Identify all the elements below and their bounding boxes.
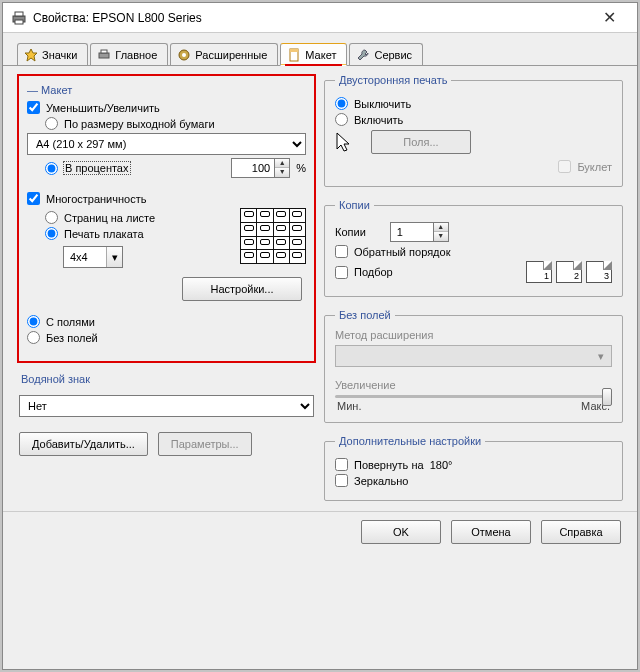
tab-label: Значки: [42, 49, 77, 61]
properties-window: Свойства: EPSON L800 Series ✕ Значки Гла…: [2, 2, 638, 670]
cursor-icon: [335, 131, 353, 153]
tab-advanced[interactable]: Расширенные: [170, 43, 278, 65]
svg-marker-3: [25, 49, 37, 61]
ok-button[interactable]: OK: [361, 520, 441, 544]
expansion-method-label: Метод расширения: [335, 329, 612, 341]
svg-rect-2: [15, 20, 23, 24]
titlebar: Свойства: EPSON L800 Series ✕: [3, 3, 637, 33]
copies-legend: Копии: [335, 199, 374, 211]
tab-icons[interactable]: Значки: [17, 43, 88, 65]
slider-min-label: Мин.: [337, 400, 361, 412]
help-button[interactable]: Справка: [541, 520, 621, 544]
tab-bar: Значки Главное Расширенные Макет Сервис: [3, 33, 637, 65]
group-title: — Макет: [27, 84, 306, 96]
fit-to-output-radio[interactable]: По размеру выходной бумаги: [45, 117, 215, 130]
by-percent-radio[interactable]: В процентах: [45, 162, 130, 175]
enlarge-label: Увеличение: [335, 379, 612, 391]
by-percent-label: В процентах: [64, 162, 130, 174]
mirror-checkbox[interactable]: Зеркально: [335, 474, 408, 487]
tab-body: — Макет Уменьшить/Увеличить По размеру в…: [3, 65, 637, 511]
window-title: Свойства: EPSON L800 Series: [33, 11, 589, 25]
close-button[interactable]: ✕: [589, 8, 629, 27]
expansion-method-select: ▾: [335, 345, 612, 367]
percent-sign: %: [296, 162, 306, 174]
duplex-off-label: Выключить: [354, 98, 411, 110]
poster-settings-button[interactable]: Настройки...: [182, 277, 302, 301]
poster-size-select[interactable]: 4x4 ▾: [63, 246, 123, 268]
reverse-order-label: Обратный порядок: [354, 246, 450, 258]
duplex-margins-button[interactable]: Поля...: [371, 130, 471, 154]
tab-label: Сервис: [374, 49, 412, 61]
multipage-checkbox[interactable]: Многостраничность: [27, 192, 146, 205]
watermark-params-button[interactable]: Параметры...: [158, 432, 252, 456]
percent-spinner[interactable]: ▲▼: [231, 158, 290, 178]
duplex-on-radio[interactable]: Включить: [335, 113, 403, 126]
printer-icon: [97, 48, 111, 62]
page-icon: [287, 48, 301, 62]
svg-rect-5: [101, 50, 107, 53]
tab-label: Расширенные: [195, 49, 267, 61]
multipage-label: Многостраничность: [46, 193, 146, 205]
borderless-radio[interactable]: Без полей: [27, 331, 98, 344]
enlarge-slider: [335, 395, 612, 398]
with-margins-label: С полями: [46, 316, 95, 328]
svg-point-7: [182, 53, 186, 57]
spin-up-icon[interactable]: ▲: [434, 223, 448, 232]
watermark-legend: Водяной знак: [17, 373, 316, 385]
spin-down-icon[interactable]: ▼: [434, 232, 448, 241]
right-column: Двусторонняя печать Выключить Включить П: [324, 74, 623, 507]
with-margins-radio[interactable]: С полями: [27, 315, 95, 328]
rotate-label: Повернуть на 180°: [354, 459, 452, 471]
rotate-180-checkbox[interactable]: Повернуть на 180°: [335, 458, 452, 471]
spin-down-icon[interactable]: ▼: [275, 168, 289, 177]
spin-up-icon[interactable]: ▲: [275, 159, 289, 168]
duplex-group: Двусторонняя печать Выключить Включить П: [324, 74, 623, 187]
pages-per-sheet-radio[interactable]: Страниц на листе: [45, 211, 155, 224]
reverse-order-checkbox[interactable]: Обратный порядок: [335, 245, 450, 258]
tab-main[interactable]: Главное: [90, 43, 168, 65]
watermark-add-remove-button[interactable]: Добавить/Удалить...: [19, 432, 148, 456]
poster-print-label: Печать плаката: [64, 228, 144, 240]
extra-legend: Дополнительные настройки: [335, 435, 485, 447]
extra-group: Дополнительные настройки Повернуть на 18…: [324, 435, 623, 501]
cancel-button[interactable]: Отмена: [451, 520, 531, 544]
svg-rect-9: [290, 49, 298, 52]
collate-preview: 1 2 3: [526, 261, 612, 283]
copies-group: Копии Копии ▲▼ Обратный порядок: [324, 199, 623, 297]
borderless-label: Без полей: [46, 332, 98, 344]
watermark-select[interactable]: Нет: [19, 395, 314, 417]
reduce-enlarge-checkbox[interactable]: Уменьшить/Увеличить: [27, 101, 160, 114]
svg-rect-1: [15, 12, 23, 16]
tab-label: Главное: [115, 49, 157, 61]
collate-label: Подбор: [354, 266, 393, 278]
layout-highlight-box: — Макет Уменьшить/Увеличить По размеру в…: [17, 74, 316, 363]
borderless-group: Без полей Метод расширения ▾ Увеличение …: [324, 309, 623, 423]
duplex-on-label: Включить: [354, 114, 403, 126]
booklet-checkbox[interactable]: Буклет: [558, 160, 612, 173]
duplex-off-radio[interactable]: Выключить: [335, 97, 411, 110]
copies-spinner[interactable]: ▲▼: [390, 222, 449, 242]
slider-thumb: [602, 388, 612, 406]
wrench-icon: [356, 48, 370, 62]
fit-to-output-label: По размеру выходной бумаги: [64, 118, 215, 130]
duplex-legend: Двусторонняя печать: [335, 74, 451, 86]
chevron-down-icon: ▾: [593, 350, 609, 363]
booklet-label: Буклет: [577, 161, 612, 173]
copies-label: Копии: [335, 226, 366, 238]
output-paper-select[interactable]: A4 (210 x 297 мм): [27, 133, 306, 155]
tab-label: Макет: [305, 49, 336, 61]
tab-layout[interactable]: Макет: [280, 43, 347, 66]
svg-rect-4: [99, 53, 109, 58]
mirror-label: Зеркально: [354, 475, 408, 487]
reduce-enlarge-label: Уменьшить/Увеличить: [46, 102, 160, 114]
gear-icon: [177, 48, 191, 62]
borderless-legend: Без полей: [335, 309, 395, 321]
poster-preview: [240, 208, 306, 264]
star-icon: [24, 48, 38, 62]
printer-icon: [11, 11, 27, 25]
chevron-down-icon: ▾: [106, 247, 122, 267]
pages-per-sheet-label: Страниц на листе: [64, 212, 155, 224]
poster-print-radio[interactable]: Печать плаката: [45, 227, 144, 240]
collate-checkbox[interactable]: Подбор: [335, 266, 393, 279]
tab-service[interactable]: Сервис: [349, 43, 423, 65]
